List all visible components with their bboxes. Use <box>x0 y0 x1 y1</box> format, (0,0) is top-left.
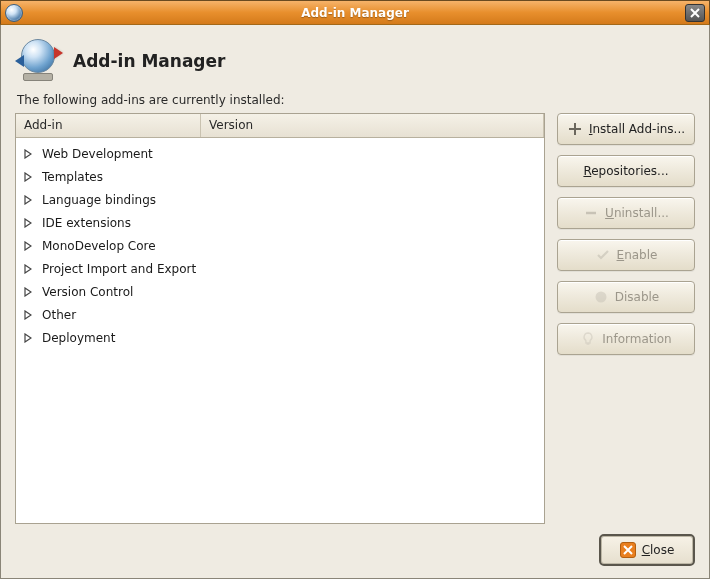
addin-manager-icon <box>17 39 61 83</box>
button-label: Close <box>642 543 675 557</box>
window-title: Add-in Manager <box>1 6 709 20</box>
install-addins-button[interactable]: Install Add-ins... <box>557 113 695 145</box>
expander-icon[interactable] <box>22 332 34 344</box>
tree-row-label: Project Import and Export <box>42 262 196 276</box>
tree-row[interactable]: Deployment <box>16 326 544 349</box>
tree-row[interactable]: Other <box>16 303 544 326</box>
button-label: Repositories... <box>583 164 668 178</box>
tree-row-label: Templates <box>42 170 103 184</box>
tree-row[interactable]: Templates <box>16 165 544 188</box>
expander-icon[interactable] <box>22 240 34 252</box>
page-title: Add-in Manager <box>73 51 225 71</box>
tree-row-label: Language bindings <box>42 193 156 207</box>
tree-row[interactable]: Project Import and Export <box>16 257 544 280</box>
svg-point-0 <box>595 292 606 303</box>
expander-icon[interactable] <box>22 286 34 298</box>
button-label: Enable <box>617 248 658 262</box>
dialog-footer: Close <box>15 524 695 566</box>
disable-button: Disable <box>557 281 695 313</box>
close-icon <box>620 542 636 558</box>
add-icon <box>567 121 583 137</box>
window-body: Add-in Manager The following add-ins are… <box>0 25 710 579</box>
enable-button: Enable <box>557 239 695 271</box>
remove-icon <box>583 205 599 221</box>
addins-list: Add-in Version Web Development Templates… <box>15 113 545 524</box>
intro-text: The following add-ins are currently inst… <box>17 93 695 107</box>
close-icon <box>690 8 700 18</box>
lightbulb-icon <box>580 331 596 347</box>
information-button: Information <box>557 323 695 355</box>
button-label: Information <box>602 332 671 346</box>
tree-row-label: Other <box>42 308 76 322</box>
list-header: Add-in Version <box>16 114 544 138</box>
tree-row[interactable]: Language bindings <box>16 188 544 211</box>
expander-icon[interactable] <box>22 217 34 229</box>
check-icon <box>595 247 611 263</box>
expander-icon[interactable] <box>22 171 34 183</box>
expander-icon[interactable] <box>22 194 34 206</box>
dialog-header: Add-in Manager <box>17 39 695 83</box>
tree-row-label: Web Development <box>42 147 153 161</box>
button-label: Install Add-ins... <box>589 122 685 136</box>
tree-row[interactable]: MonoDevelop Core <box>16 234 544 257</box>
tree-row-label: Deployment <box>42 331 115 345</box>
expander-icon[interactable] <box>22 263 34 275</box>
side-buttons: Install Add-ins... Repositories... Unins… <box>557 113 695 524</box>
stop-icon <box>593 289 609 305</box>
window-close-button[interactable] <box>685 4 705 22</box>
expander-icon[interactable] <box>22 148 34 160</box>
column-header-addin[interactable]: Add-in <box>16 114 201 137</box>
button-label: Disable <box>615 290 660 304</box>
tree-row[interactable]: Web Development <box>16 142 544 165</box>
tree-row[interactable]: IDE extensions <box>16 211 544 234</box>
repositories-button[interactable]: Repositories... <box>557 155 695 187</box>
window-titlebar: Add-in Manager <box>0 0 710 25</box>
content-area: Add-in Version Web Development Templates… <box>15 113 695 524</box>
uninstall-button: Uninstall... <box>557 197 695 229</box>
expander-icon[interactable] <box>22 309 34 321</box>
tree-row-label: Version Control <box>42 285 133 299</box>
button-label: Uninstall... <box>605 206 669 220</box>
addins-tree[interactable]: Web Development Templates Language bindi… <box>16 138 544 523</box>
app-icon <box>5 4 23 22</box>
close-button[interactable]: Close <box>599 534 695 566</box>
tree-row[interactable]: Version Control <box>16 280 544 303</box>
tree-row-label: IDE extensions <box>42 216 131 230</box>
column-header-version[interactable]: Version <box>201 114 544 137</box>
tree-row-label: MonoDevelop Core <box>42 239 156 253</box>
